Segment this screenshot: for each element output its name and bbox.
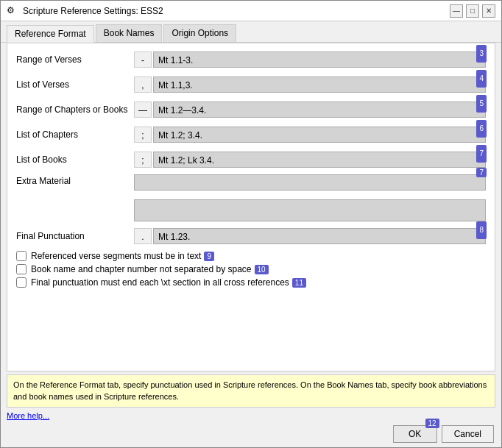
separator-list-of-chapters[interactable]: ; [134,127,152,143]
checkbox-row-0: Referenced verse segments must be in tex… [16,251,486,261]
tab-reference-format[interactable]: Reference Format [7,25,94,43]
checkbox-row-1: Book name and chapter number not separat… [16,264,486,274]
input-group-final-punctuation: . Mt 1.23. 8 [134,228,486,244]
tab-book-names[interactable]: Book Names [96,24,163,42]
label-range-of-verses: Range of Verses [16,54,134,65]
extra-material-input[interactable]: 7 [134,174,486,191]
preview-list-of-books: Mt 1.2; Lk 3.4. 7 [153,152,486,168]
checkbox-label-1: Book name and chapter number not separat… [31,264,252,274]
title-buttons: — □ ✕ [450,4,495,18]
info-text: On the Reference Format tab, specify pun… [13,380,487,400]
badge-checkbox-1: 10 [255,265,269,274]
label-list-of-verses: List of Verses [16,79,134,90]
window-title: Scripture Reference Settings: ESS2 [23,6,163,16]
row-range-of-chapters: Range of Chapters or Books — Mt 1.2—3.4.… [16,99,486,120]
checkbox-label-0: Referenced verse segments must be in tex… [31,251,201,261]
badge-list-of-verses: 4 [476,70,487,88]
cancel-button[interactable]: Cancel [442,425,494,443]
badge-final-punctuation: 8 [476,221,487,239]
badge-checkbox-0: 9 [204,252,214,261]
preview-range-of-verses: Mt 1.1-3. 3 [153,51,486,68]
input-group-list-of-books: ; Mt 1.2; Lk 3.4. 7 [134,152,486,168]
more-help-link[interactable]: More help... [7,411,49,420]
maximize-button[interactable]: □ [466,4,479,18]
checkbox-verse-segments[interactable] [16,251,26,261]
badge-extra-material: 7 [476,168,487,177]
checkbox-label-2: Final punctuation must end each \xt sect… [31,277,289,288]
scroll-panel[interactable]: Range of Verses - Mt 1.1-3. 3 List of Ve… [7,43,495,371]
checkbox-row-2: Final punctuation must end each \xt sect… [16,277,486,288]
label-list-of-books: List of Books [16,154,134,165]
badge-list-of-chapters: 6 [476,120,487,138]
input-group-list-of-chapters: ; Mt 1.2; 3.4. 6 [134,127,486,143]
separator-list-of-books[interactable]: ; [134,152,152,168]
label-range-of-chapters: Range of Chapters or Books [16,104,134,115]
badge-range-of-chapters: 5 [476,95,487,113]
separator-range-of-verses[interactable]: - [134,51,152,68]
label-list-of-chapters: List of Chapters [16,129,134,140]
input-group-range-of-verses: - Mt 1.1-3. 3 [134,51,486,68]
preview-range-of-chapters: Mt 1.2—3.4. 5 [153,102,486,118]
main-window: ⚙ Scripture Reference Settings: ESS2 — □… [0,0,502,448]
input-group-range-of-chapters: — Mt 1.2—3.4. 5 [134,102,486,118]
extra-material-input-wrapper: 7 [134,174,486,191]
checkbox-final-punctuation[interactable] [16,277,26,288]
row-final-punctuation: Final Punctuation . Mt 1.23. 8 [16,226,486,246]
row-range-of-verses: Range of Verses - Mt 1.1-3. 3 [16,49,486,70]
title-bar: ⚙ Scripture Reference Settings: ESS2 — □… [1,1,501,21]
badge-list-of-books: 7 [476,145,487,163]
badge-ok: 12 [425,419,439,428]
checkbox-book-chapter[interactable] [16,264,26,274]
badge-checkbox-2: 11 [292,278,306,288]
separator-list-of-verses[interactable]: , [134,77,152,93]
preview-list-of-verses: Mt 1.1,3. 4 [153,77,486,93]
row-extra-material: Extra Material 7 [16,174,486,195]
content-area: Range of Verses - Mt 1.1-3. 3 List of Ve… [1,43,501,447]
input-group-list-of-verses: , Mt 1.1,3. 4 [134,77,486,93]
label-final-punctuation: Final Punctuation [16,231,134,241]
ok-button[interactable]: OK 12 [393,425,437,443]
badge-range-of-verses: 3 [476,45,487,63]
label-extra-material: Extra Material [16,176,134,186]
close-button[interactable]: ✕ [482,4,495,18]
title-bar-left: ⚙ Scripture Reference Settings: ESS2 [7,5,163,17]
separator-range-of-chapters[interactable]: — [134,102,152,118]
minimize-button[interactable]: — [450,4,463,18]
row-list-of-books: List of Books ; Mt 1.2; Lk 3.4. 7 [16,149,486,170]
footer: OK 12 Cancel [1,421,501,447]
tabs-bar: Reference Format Book Names Origin Optio… [1,21,501,43]
row-list-of-chapters: List of Chapters ; Mt 1.2; 3.4. 6 [16,124,486,145]
preview-list-of-chapters: Mt 1.2; 3.4. 6 [153,127,486,143]
tab-origin-options[interactable]: Origin Options [163,24,236,42]
info-panel: On the Reference Format tab, specify pun… [7,374,495,408]
preview-final-punctuation: Mt 1.23. 8 [153,228,486,244]
app-icon: ⚙ [7,5,18,17]
gray-divider-bar [134,199,486,221]
separator-final-punctuation[interactable]: . [134,228,152,244]
row-list-of-verses: List of Verses , Mt 1.1,3. 4 [16,74,486,95]
